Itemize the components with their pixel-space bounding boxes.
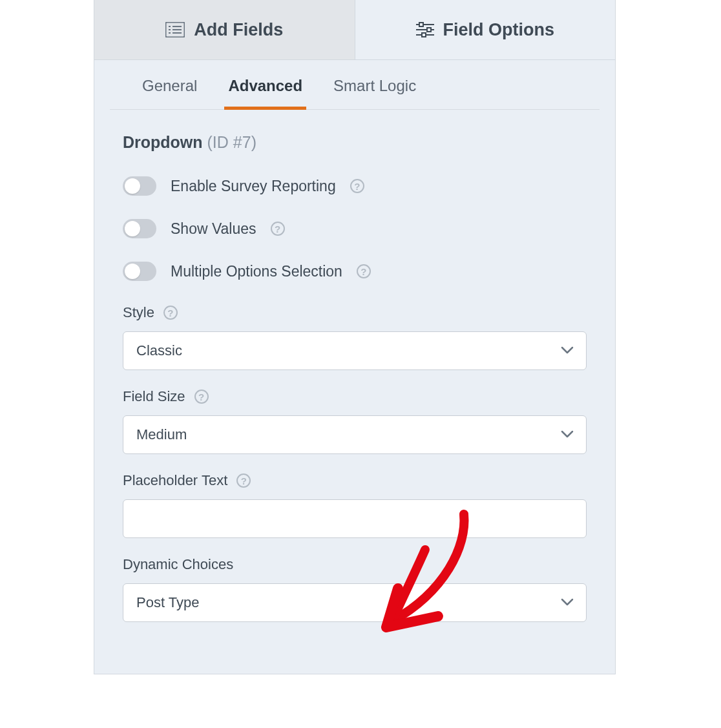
field-options-content: Dropdown (ID #7) Enable Survey Reporting… — [94, 110, 615, 674]
dynamic-choices-select[interactable]: Post Type — [123, 583, 587, 622]
placeholder-group: Placeholder Text ? — [123, 472, 587, 538]
style-group: Style ? Classic — [123, 304, 587, 370]
toggle-survey-label: Enable Survey Reporting — [171, 178, 336, 195]
help-icon[interactable]: ? — [271, 222, 285, 236]
sub-tab-general[interactable]: General — [138, 60, 201, 110]
style-select[interactable]: Classic — [123, 331, 587, 370]
field-size-select[interactable]: Medium — [123, 415, 587, 454]
tab-add-fields[interactable]: Add Fields — [94, 0, 355, 59]
toggle-row-multiple: Multiple Options Selection ? — [123, 262, 587, 281]
toggle-show-values-label: Show Values — [171, 220, 256, 238]
placeholder-input[interactable] — [123, 499, 587, 538]
tab-field-options[interactable]: Field Options — [355, 0, 616, 59]
svg-rect-12 — [422, 33, 426, 37]
sliders-icon — [416, 22, 434, 37]
style-label: Style — [123, 304, 154, 321]
toggle-multiple-label: Multiple Options Selection — [171, 263, 342, 280]
field-size-group: Field Size ? Medium — [123, 388, 587, 454]
sub-tab-smart-logic[interactable]: Smart Logic — [329, 60, 420, 110]
dynamic-choices-label: Dynamic Choices — [123, 556, 233, 573]
field-options-panel: Add Fields Field Options General Advance… — [94, 0, 616, 674]
svg-rect-10 — [427, 28, 431, 32]
list-icon — [165, 22, 185, 37]
style-select-value: Classic — [136, 342, 182, 359]
help-icon[interactable]: ? — [357, 264, 371, 278]
main-tabs: Add Fields Field Options — [94, 0, 615, 60]
help-icon[interactable]: ? — [194, 390, 209, 404]
toggle-row-show-values: Show Values ? — [123, 219, 587, 238]
tab-add-fields-label: Add Fields — [194, 20, 283, 40]
field-heading: Dropdown (ID #7) — [123, 133, 587, 152]
placeholder-label: Placeholder Text — [123, 472, 227, 489]
sub-tabs: General Advanced Smart Logic — [110, 60, 600, 110]
tab-field-options-label: Field Options — [443, 20, 555, 40]
toggle-survey-reporting[interactable] — [123, 176, 156, 196]
field-id-label: (ID #7) — [207, 133, 256, 151]
help-icon[interactable]: ? — [236, 473, 251, 488]
field-type-name: Dropdown — [123, 133, 203, 151]
field-size-select-value: Medium — [136, 426, 187, 443]
dynamic-choices-group: Dynamic Choices Post Type — [123, 556, 587, 622]
field-size-label: Field Size — [123, 388, 185, 405]
toggle-multiple-selection[interactable] — [123, 262, 156, 281]
help-icon[interactable]: ? — [163, 306, 178, 320]
sub-tab-advanced[interactable]: Advanced — [224, 60, 306, 110]
toggle-show-values[interactable] — [123, 219, 156, 238]
dynamic-choices-select-value: Post Type — [136, 594, 199, 611]
svg-rect-8 — [419, 23, 423, 26]
help-icon[interactable]: ? — [350, 179, 364, 193]
toggle-row-survey: Enable Survey Reporting ? — [123, 176, 587, 196]
